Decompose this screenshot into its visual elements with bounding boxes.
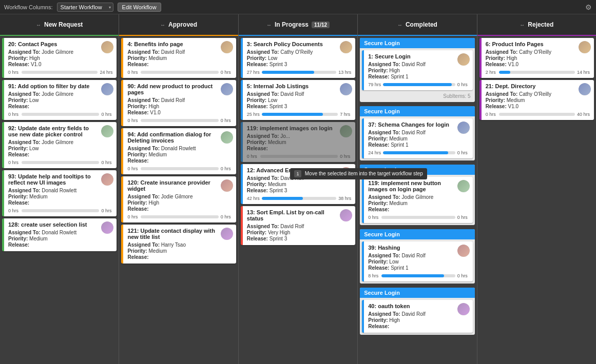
card[interactable]: 21: Dept. DirectoryAssigned To: Cathy O'…: [479, 80, 594, 120]
card-title: 128: create user selection list: [8, 221, 112, 228]
card[interactable]: 6: Product Info PagesAssigned To: Cathy …: [479, 38, 594, 78]
card-priority: Priority: Medium: [247, 139, 351, 145]
card[interactable]: 5: Internal Job ListingsAssigned To: Dav…: [241, 80, 355, 120]
subitems-badge: SubItems: 5: [362, 92, 472, 100]
card[interactable]: 90: Add new product to product pagesAssi…: [121, 80, 236, 126]
card-release: Release:: [127, 206, 232, 212]
progress-bar-wrap: [22, 113, 99, 116]
column-body-completed: Secure Login1: Secure LoginAssigned To: …: [358, 36, 476, 364]
column-arrow-left[interactable]: ↔: [397, 22, 402, 28]
column-arrow-left[interactable]: ↔: [160, 22, 165, 28]
progress-right-label: 0 hrs: [101, 208, 112, 213]
card[interactable]: 91: Add option to filter by dateAssigned…: [2, 80, 117, 120]
progress-left-label: 27 hrs: [247, 70, 260, 75]
column-title: Completed: [406, 21, 437, 28]
progress-left-label: 0 hrs: [368, 215, 379, 220]
column-arrow-left[interactable]: ↔: [520, 22, 525, 28]
card-priority: Priority: Low: [247, 97, 351, 103]
completed-group: Secure Login1: Secure LoginAssigned To: …: [360, 38, 474, 102]
card[interactable]: 37: Schema Changes for loginAssigned To:…: [362, 118, 472, 158]
progress-bar-wrap: [22, 71, 98, 74]
card-release: Release: Sprint 3: [247, 236, 351, 241]
gear-icon[interactable]: ⚙: [585, 3, 592, 11]
card[interactable]: 3: Search Policy DocumentsAssigned To: C…: [241, 38, 355, 78]
column-header-new: ↔New Request: [0, 14, 119, 36]
card[interactable]: 93: Update help and tooltips to reflect …: [2, 170, 117, 216]
progress-right-label: 7 hrs: [340, 112, 351, 117]
progress-bar-wrap: [141, 215, 218, 218]
progress-right-label: 0 hrs: [101, 160, 112, 165]
workflow-select[interactable]: Starter Workflow: [57, 3, 113, 12]
avatar: [221, 83, 233, 95]
column-rejected: ↔Rejected6: Product Info PagesAssigned T…: [477, 14, 596, 364]
column-title: Rejected: [528, 21, 553, 28]
card[interactable]: 40: oauth tokenAssigned To: David RolfPr…: [362, 300, 472, 333]
progress-left-label: 0 hrs: [247, 154, 258, 159]
card[interactable]: 119: implement new button images on logi…: [362, 177, 472, 223]
progress-right-label: 0 hrs: [457, 215, 469, 220]
card-release: Release: Sprint 3: [247, 104, 351, 109]
board: ↔New Request20: Contact PagesAssigned To…: [0, 14, 596, 364]
card-progress: 79 hrs0 hrs: [368, 82, 468, 87]
card[interactable]: 128: create user selection listAssigned …: [2, 218, 117, 251]
avatar: [457, 53, 470, 66]
card-release: Release:: [8, 104, 112, 109]
card[interactable]: 4: Benefits info pageAssigned To: David …: [121, 38, 236, 78]
avatar: [579, 41, 591, 53]
progress-right-label: 24 hrs: [100, 70, 112, 75]
card[interactable]: 94: Add confirmation dialog for Deleting…: [121, 128, 236, 174]
completed-group-body: 37: Schema Changes for loginAssigned To:…: [360, 116, 474, 160]
progress-bar-wrap: [383, 83, 455, 86]
progress-right-label: 0 hrs: [457, 273, 469, 278]
card-priority: Priority: Medium: [8, 194, 112, 199]
workflow-select-wrapper[interactable]: Starter Workflow ▾: [57, 3, 113, 12]
avatar: [457, 303, 470, 315]
card[interactable]: 119: implement images on loginAssigned T…: [241, 122, 355, 162]
card-progress: 0 hrs0 hrs: [8, 208, 112, 213]
column-arrow-left[interactable]: ↔: [36, 22, 41, 28]
card[interactable]: 39: HashingAssigned To: David RolfPriori…: [362, 241, 472, 281]
progress-left-label: 25 hrs: [247, 112, 260, 117]
card-progress: 8 hrs0 hrs: [368, 273, 468, 278]
progress-bar-wrap: [141, 119, 218, 122]
completed-group-body: 119: implement new button images on logi…: [360, 175, 474, 225]
card-progress: 25 hrs7 hrs: [247, 112, 351, 117]
card[interactable]: 1: Secure LoginAssigned To: David RolfPr…: [362, 50, 472, 90]
progress-bar-wrap: [141, 71, 218, 74]
card-progress: 27 hrs13 hrs: [247, 70, 351, 75]
card-priority: Priority: High: [368, 68, 468, 73]
card-priority: Priority: Medium: [368, 136, 468, 141]
card-title: 13: Sort Empl. List by on-call status: [247, 209, 351, 221]
completed-group-header: Secure Login: [360, 106, 474, 116]
card[interactable]: 12: Advanced Empl. SearchAssigned To: Da…: [241, 164, 355, 204]
completed-group-body: 40: oauth tokenAssigned To: David RolfPr…: [360, 298, 474, 335]
card[interactable]: 13: Sort Empl. List by on-call statusAss…: [241, 206, 355, 245]
card-assigned-to: Assigned To: Jodie Gilmore: [127, 194, 232, 199]
avatar: [221, 41, 233, 53]
card[interactable]: 121: Update contact display with new tit…: [121, 225, 236, 264]
progress-left-label: 42 hrs: [247, 196, 260, 201]
card[interactable]: 92: Update date entry fields to use new …: [2, 122, 117, 168]
card[interactable]: 120: Create insurance provider widgetAss…: [121, 176, 236, 223]
progress-bar-wrap: [381, 274, 455, 277]
progress-bar-fill: [499, 71, 510, 74]
progress-right-label: 0 hrs: [340, 154, 351, 159]
card-priority: Priority: Medium: [368, 200, 468, 206]
edit-workflow-button[interactable]: Edit Workflow: [118, 3, 161, 12]
card[interactable]: 20: Contact PagesAssigned To: Jodie Gilm…: [2, 38, 117, 78]
progress-left-label: 0 hrs: [127, 70, 139, 75]
card-title: 20: Contact Pages: [8, 41, 112, 47]
progress-left-label: 2 hrs: [486, 70, 497, 75]
card-assigned-to: Assigned To: Donald Rowlett: [8, 230, 112, 235]
avatar: [221, 131, 233, 144]
card-release: Release: Sprint 1: [368, 142, 468, 148]
card-assigned-to: Assigned To: David Rolf: [368, 130, 468, 135]
column-arrow-left[interactable]: ↔: [266, 22, 272, 28]
card-priority: Priority: Low: [8, 97, 112, 103]
progress-bar-wrap: [260, 155, 338, 158]
card-title: 90: Add new product to product pages: [127, 83, 232, 95]
progress-bar-wrap: [22, 209, 99, 212]
progress-left-label: 24 hrs: [368, 150, 381, 155]
completed-group: Secure Login119: implement new button im…: [360, 165, 474, 225]
completed-group: Secure Login39: HashingAssigned To: Davi…: [360, 229, 474, 284]
